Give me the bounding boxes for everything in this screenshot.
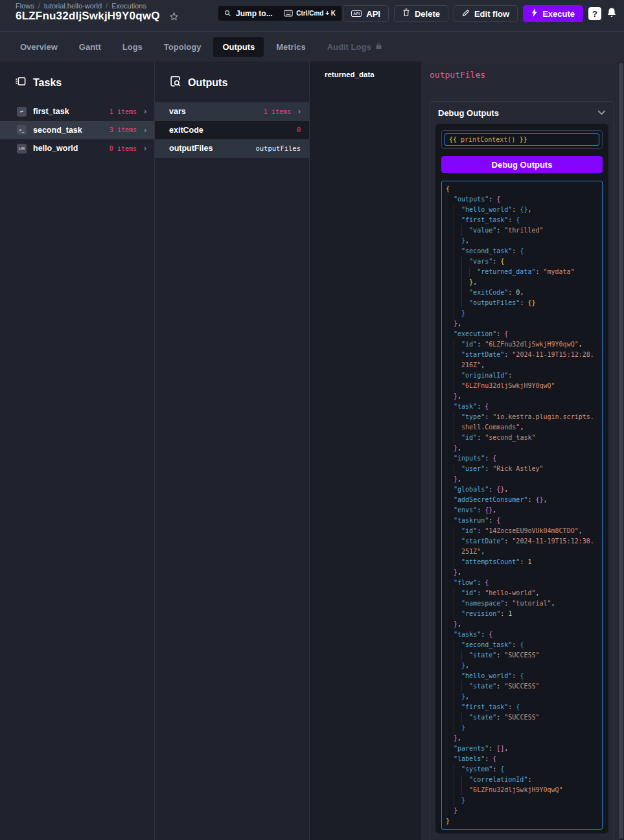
delete-button[interactable]: Delete	[394, 5, 448, 22]
detail-panel: outputFiles Debug Outputs {{ printContex…	[421, 62, 624, 840]
code-line: },	[446, 692, 598, 702]
pencil-icon	[462, 9, 470, 19]
code-line: },	[446, 443, 598, 453]
task-items-count: 3 items	[110, 126, 137, 133]
chevron-down-icon	[597, 110, 606, 115]
code-line: "second_task": {	[446, 640, 598, 650]
output-label: outputFiles	[169, 144, 213, 153]
code-line: 216Z",	[446, 360, 598, 370]
search-shortcut: Ctrl/Cmd + K	[296, 10, 336, 17]
scrollbar-thumb[interactable]	[619, 63, 623, 839]
code-line: "flow": {	[446, 578, 598, 588]
code-line: "inputs": {	[446, 453, 598, 464]
scrollbar[interactable]	[618, 62, 624, 840]
code-line: "second_task": {	[446, 246, 598, 256]
header: Flows/tutorial.hello-world/Executions 6L…	[0, 0, 624, 31]
debug-output-code: {"outputs": {"hello_world": {},"first_ta…	[441, 181, 603, 830]
output-row-vars[interactable]: vars1 items›	[155, 102, 309, 121]
execute-button[interactable]: Execute	[523, 5, 583, 22]
tab-label: Overview	[20, 42, 58, 52]
expression-token: {{	[449, 136, 461, 143]
log-task-icon: LOG	[17, 144, 27, 153]
code-line: "execution": {	[446, 329, 598, 339]
output-value: 0	[297, 126, 301, 133]
debug-outputs-header[interactable]: Debug Outputs	[430, 102, 614, 124]
api-button[interactable]: API API	[343, 5, 389, 22]
code-line: "state": "SUCCESS"	[446, 681, 598, 692]
edit-flow-button[interactable]: Edit flow	[454, 5, 518, 22]
chevron-right-icon: ›	[144, 144, 146, 153]
chevron-right-icon: ›	[144, 107, 146, 116]
code-line: "type": "io.kestra.plugin.scripts.	[446, 412, 598, 422]
expression-input[interactable]: {{ printContext() }}	[445, 133, 599, 146]
code-line: "revision": 1	[446, 609, 598, 619]
tab-gantt[interactable]: Gantt	[70, 37, 110, 57]
code-line: "first_task": {	[446, 215, 598, 225]
api-icon: API	[351, 10, 362, 17]
code-line: }	[446, 795, 598, 806]
tab-audit-logs[interactable]: Audit Logs	[318, 37, 391, 57]
tab-metrics[interactable]: Metrics	[267, 37, 315, 57]
debug-outputs-button[interactable]: Debug Outputs	[441, 156, 603, 173]
tab-label: Outputs	[222, 42, 255, 52]
output-row-exitCode[interactable]: exitCode0	[155, 121, 309, 140]
breadcrumb-separator: /	[38, 2, 40, 10]
code-line: },	[446, 236, 598, 246]
task-items-count: 1 items	[110, 108, 137, 115]
bell-icon[interactable]	[607, 7, 617, 21]
code-line: "state": "SUCCESS"	[446, 650, 598, 661]
chevron-right-icon: ›	[144, 126, 146, 135]
task-row-hello_world[interactable]: LOGhello_world0 items›	[0, 139, 154, 158]
preview-item-returned-data[interactable]: returned_data	[310, 62, 421, 78]
code-line: "state": "SUCCESS"	[446, 712, 598, 723]
breadcrumb-link[interactable]: Executions	[111, 2, 146, 10]
code-line: },	[446, 277, 598, 288]
task-row-second_task[interactable]: >_second_task3 items›	[0, 121, 154, 140]
code-line: }	[446, 806, 598, 816]
code-line: "id": "second_task"	[446, 433, 598, 443]
tab-logs[interactable]: Logs	[113, 37, 152, 57]
detail-title: outputFiles	[430, 70, 614, 80]
output-value: outputFiles	[255, 144, 301, 152]
tab-bar: OverviewGanttLogsTopologyOutputsMetricsA…	[0, 31, 624, 62]
tab-outputs[interactable]: Outputs	[213, 37, 264, 57]
tab-label: Gantt	[79, 42, 101, 52]
code-line: "addSecretConsumer": {},	[446, 495, 598, 505]
trash-icon	[402, 8, 410, 19]
task-row-first_task[interactable]: ↩first_task1 items›	[0, 102, 154, 121]
tasks-list-icon	[14, 75, 27, 90]
code-line: "first_task": {	[446, 702, 598, 712]
breadcrumb: Flows/tutorial.hello-world/Executions	[16, 2, 146, 10]
code-line: "parents": [],	[446, 744, 598, 754]
breadcrumb-link[interactable]: Flows	[16, 2, 34, 10]
star-icon[interactable]	[169, 12, 179, 21]
code-line: "hello_world": {},	[446, 205, 598, 215]
code-line: "originalId":	[446, 370, 598, 381]
code-line: },	[446, 567, 598, 578]
code-line: 251Z",	[446, 547, 598, 557]
main-content: Tasks ↩first_task1 items›>_second_task3 …	[0, 62, 624, 840]
code-line: "returned_data": "mydata"	[446, 267, 598, 277]
expression-token: }}	[515, 136, 527, 143]
keyboard-icon	[284, 8, 293, 19]
search-input[interactable]: Jump to... Ctrl/Cmd + K	[218, 5, 342, 21]
code-line: "startDate": "2024-11-19T15:12:28.	[446, 350, 598, 360]
code-line: "system": {	[446, 764, 598, 775]
tab-label: Metrics	[276, 42, 306, 52]
code-line: "id": "14ZocseEU9oVUk04m8CTDO",	[446, 526, 598, 536]
tab-label: Logs	[122, 42, 143, 52]
debug-outputs-body: {{ printContext() }} Debug Outputs {"out…	[435, 124, 608, 834]
task-items-count: 0 items	[110, 145, 137, 152]
terminal-task-icon: >_	[17, 125, 27, 135]
tasks-panel: Tasks ↩first_task1 items›>_second_task3 …	[0, 62, 155, 840]
tab-overview[interactable]: Overview	[11, 37, 67, 57]
code-line: },	[446, 661, 598, 671]
breadcrumb-link[interactable]: tutorial.hello-world	[44, 2, 102, 10]
output-row-outputFiles[interactable]: outputFilesoutputFiles	[155, 139, 309, 158]
code-line: "correlationId":	[446, 775, 598, 785]
code-line: "outputFiles": {}	[446, 298, 598, 308]
tab-topology[interactable]: Topology	[155, 37, 211, 57]
task-label: hello_world	[33, 144, 78, 153]
help-button[interactable]: ?	[588, 7, 601, 20]
task-label: second_task	[33, 126, 82, 135]
